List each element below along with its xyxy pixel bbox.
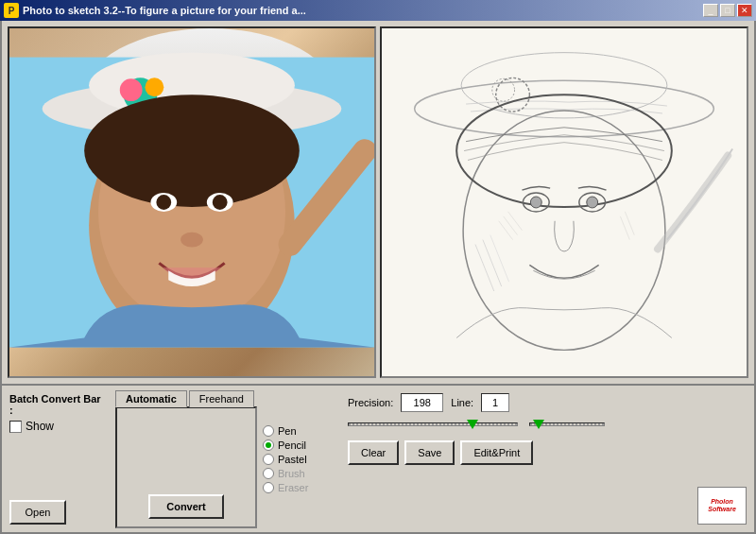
precision-label: Precision:: [348, 397, 393, 408]
line-label: Line:: [451, 397, 473, 408]
tabs: Automatic Freehand: [115, 389, 257, 406]
eraser-radio: [263, 482, 274, 493]
precision-input[interactable]: [401, 393, 443, 412]
svg-point-5: [146, 78, 164, 96]
logo: Pholon Software: [697, 487, 747, 525]
batch-label: Batch Convert Bar :: [9, 393, 106, 416]
radio-pencil[interactable]: Pencil: [263, 439, 338, 451]
svg-point-4: [120, 78, 143, 101]
pencil-radio[interactable]: [263, 439, 274, 451]
tab-content: Convert: [115, 406, 257, 528]
svg-point-10: [156, 195, 171, 210]
close-button[interactable]: ✕: [737, 4, 752, 17]
radio-section: Pen Pencil Pastel Brush Eraser: [263, 389, 338, 528]
slider-row: [348, 418, 684, 431]
image-area: [2, 21, 754, 386]
tab-section: Automatic Freehand Convert: [115, 389, 257, 528]
convert-button[interactable]: Convert: [148, 494, 224, 519]
precision-row: Precision: Line:: [348, 393, 684, 412]
precision-section: Precision: Line: Clear: [344, 389, 688, 528]
radio-eraser: Eraser: [263, 482, 338, 493]
line-slider-thumb[interactable]: [533, 420, 544, 429]
edit-print-button[interactable]: Edit&Print: [460, 440, 533, 465]
save-button[interactable]: Save: [404, 440, 455, 465]
app-icon: P: [4, 3, 19, 18]
clear-button[interactable]: Clear: [348, 440, 399, 465]
svg-point-8: [84, 95, 300, 207]
photo-display: [9, 28, 374, 376]
pencil-label: Pencil: [278, 439, 306, 451]
photo-panel: [8, 26, 376, 378]
sketch-panel: [380, 26, 748, 378]
pastel-label: Pastel: [278, 454, 307, 465]
precision-slider-thumb[interactable]: [467, 420, 478, 429]
open-button[interactable]: Open: [9, 500, 66, 525]
svg-point-24: [587, 197, 598, 208]
show-row: Show: [9, 420, 106, 433]
tab-freehand[interactable]: Freehand: [189, 390, 254, 407]
radio-brush: Brush: [263, 468, 338, 479]
titlebar-title: Photo to sketch 3.2--To figure a picture…: [23, 5, 703, 16]
tab-automatic[interactable]: Automatic: [115, 390, 187, 407]
brush-radio: [263, 468, 274, 479]
svg-point-22: [530, 197, 541, 208]
logo-area: Pholon Software: [694, 389, 750, 528]
minimize-button[interactable]: _: [703, 4, 718, 17]
pen-radio[interactable]: [263, 425, 274, 437]
action-row: Clear Save Edit&Print: [348, 440, 684, 465]
sketch-display: [382, 28, 747, 376]
show-label: Show: [26, 420, 54, 433]
main-window: Batch Convert Bar : Show Open Automatic …: [0, 21, 756, 534]
brush-label: Brush: [278, 468, 305, 479]
titlebar-buttons: _ □ ✕: [703, 4, 752, 17]
maximize-button[interactable]: □: [720, 4, 735, 17]
show-checkbox[interactable]: [9, 421, 22, 433]
batch-section: Batch Convert Bar : Show Open: [6, 389, 110, 528]
control-panel: Batch Convert Bar : Show Open Automatic …: [2, 386, 754, 532]
precision-slider-bg: [348, 422, 518, 426]
radio-pen[interactable]: Pen: [263, 425, 338, 437]
pen-label: Pen: [278, 425, 297, 437]
line-slider-track[interactable]: [529, 418, 605, 431]
line-input[interactable]: [481, 393, 509, 412]
titlebar: P Photo to sketch 3.2--To figure a pictu…: [0, 0, 756, 21]
eraser-label: Eraser: [278, 482, 308, 493]
precision-slider-track[interactable]: [348, 418, 518, 431]
radio-pastel[interactable]: Pastel: [263, 454, 338, 465]
pastel-radio[interactable]: [263, 454, 274, 465]
svg-point-13: [180, 233, 203, 248]
svg-point-12: [213, 195, 228, 210]
